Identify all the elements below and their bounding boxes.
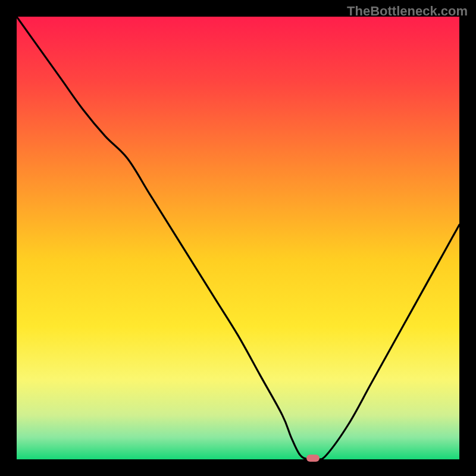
plot-area — [17, 17, 459, 459]
bottleneck-curve — [17, 17, 459, 459]
watermark-text: TheBottleneck.com — [347, 4, 468, 19]
optimal-point-marker — [306, 455, 320, 462]
chart-container: TheBottleneck.com — [0, 0, 476, 476]
